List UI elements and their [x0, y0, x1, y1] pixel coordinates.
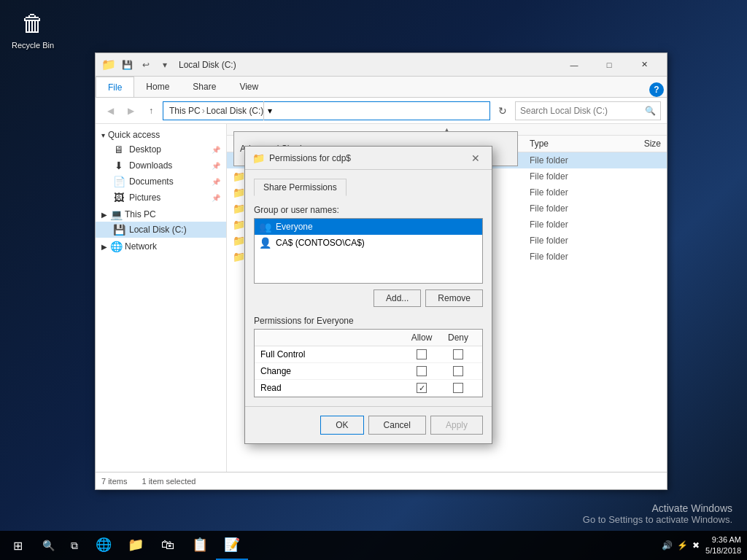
perms-col-label [260, 332, 403, 343]
recycle-bin-icon[interactable]: 🗑 Recycle Bin [7, 6, 58, 52]
perm-change-allow[interactable] [403, 366, 440, 376]
minimize-btn[interactable]: — [557, 53, 591, 77]
tab-share-permissions[interactable]: Share Permissions [254, 179, 347, 196]
this-pc-header[interactable]: ▶ 💻 This PC [96, 206, 226, 222]
qat-undo-btn[interactable]: ↩ [138, 57, 154, 73]
address-bar: ◀ ▶ ↑ This PC › Local Disk (C:) ▾ ↻ 🔍 [96, 98, 667, 124]
pictures-icon: 🖼 [113, 192, 125, 203]
network-label: Network [125, 241, 157, 252]
documents-icon: 📄 [113, 176, 125, 187]
local-disk-sidebar-label: Local Disk (C:) [129, 225, 187, 235]
maximize-btn[interactable]: □ [592, 53, 626, 77]
perm-full-control-allow[interactable] [403, 349, 440, 359]
dialog-title-text: Permissions for cdp$ [269, 153, 467, 163]
pin-icon-pics: 📌 [212, 194, 220, 202]
tab-share[interactable]: Share [181, 77, 228, 97]
local-disk-link[interactable]: Local Disk (C:) [206, 106, 264, 116]
checkbox-fc-allow[interactable] [417, 349, 427, 359]
status-bar: 7 items 1 item selected [96, 472, 667, 489]
checkbox-read-deny[interactable] [453, 383, 463, 393]
activate-sub: Go to Settings to activate Windows. [583, 514, 732, 525]
tab-home[interactable]: Home [134, 77, 181, 97]
task-view-btn[interactable]: ⧉ [61, 531, 88, 560]
tab-view[interactable]: View [228, 77, 270, 97]
volume-icon[interactable]: ⚡ [677, 540, 688, 551]
quick-access-header[interactable]: ▾ Quick access [96, 127, 226, 141]
this-pc-label: This PC [125, 209, 156, 219]
sidebar-item-local-disk[interactable]: 💾 Local Disk (C:) [96, 222, 226, 238]
dialog-content: Share Permissions Group or user names: 👥… [245, 170, 492, 406]
user-action-buttons: Add... Remove [254, 289, 483, 307]
search-input[interactable] [520, 106, 642, 116]
sidebar-item-downloads[interactable]: ⬇ Downloads 📌 [96, 158, 226, 174]
remove-btn[interactable]: Remove [425, 289, 483, 307]
perms-header: Allow Deny [255, 330, 482, 346]
user-icon-cas: 👤 [259, 237, 271, 249]
dialog-title-icon: 📁 [252, 152, 265, 164]
checkbox-ch-allow[interactable] [417, 366, 427, 376]
user-name-everyone: Everyone [276, 222, 313, 232]
battery-icon: ✖ [692, 540, 700, 551]
taskbar-notes-btn[interactable]: 📝 [216, 531, 248, 560]
address-path[interactable]: This PC › Local Disk (C:) ▾ [163, 101, 490, 120]
permissions-section: Allow Deny Full Control Change [254, 329, 483, 397]
perm-read-deny[interactable] [440, 383, 476, 393]
checkbox-fc-deny[interactable] [453, 349, 463, 359]
perm-read-allow[interactable] [403, 383, 440, 393]
desktop-icon-small: 🖥 [113, 144, 125, 155]
taskbar-store-btn[interactable]: 🛍 [152, 531, 184, 560]
taskbar-clock[interactable]: 9:36 AM 5/18/2018 [705, 534, 741, 557]
taskbar-ie-btn[interactable]: 🌐 [88, 531, 120, 560]
user-item-everyone[interactable]: 👥 Everyone [255, 219, 482, 235]
downloads-label: Downloads [129, 160, 172, 171]
network-status-icon[interactable]: 🔊 [662, 540, 673, 551]
documents-label: Documents [129, 176, 174, 187]
perm-change-deny[interactable] [440, 366, 476, 376]
qat-save-btn[interactable]: 💾 [119, 57, 135, 73]
ok-btn[interactable]: OK [320, 416, 363, 435]
back-btn[interactable]: ◀ [101, 102, 119, 120]
checkbox-ch-deny[interactable] [453, 366, 463, 376]
tab-file[interactable]: File [96, 77, 134, 97]
up-btn[interactable]: ↑ [142, 102, 160, 120]
start-button[interactable]: ⊞ [0, 531, 35, 560]
col-size[interactable]: Size [603, 139, 661, 149]
perm-full-control-deny[interactable] [440, 349, 476, 359]
taskbar-uwp-btn[interactable]: 📋 [184, 531, 216, 560]
file-type: File folder [530, 236, 603, 246]
col-type[interactable]: Type [530, 139, 603, 149]
user-item-cas[interactable]: 👤 CA$ (CONTOSO\CA$) [255, 235, 482, 251]
desktop-label: Desktop [129, 144, 161, 155]
dialog-close-btn[interactable]: ✕ [467, 149, 484, 167]
selection-count: 1 item selected [142, 477, 196, 486]
file-type: File folder [530, 171, 603, 182]
sidebar-item-desktop[interactable]: 🖥 Desktop 📌 [96, 141, 226, 158]
folder-icon-row: 📁 [233, 235, 245, 246]
checkbox-read-allow[interactable] [417, 383, 427, 393]
user-list[interactable]: 👥 Everyone 👤 CA$ (CONTOSO\CA$) [254, 218, 483, 284]
ribbon-tabs: File Home Share View ? [96, 77, 667, 97]
close-btn[interactable]: ✕ [627, 53, 661, 77]
taskbar-explorer-btn[interactable]: 📁 [120, 531, 152, 560]
perm-full-control-label: Full Control [260, 349, 403, 359]
sidebar-item-documents[interactable]: 📄 Documents 📌 [96, 174, 226, 190]
help-button[interactable]: ? [649, 82, 664, 97]
path-dropdown-btn[interactable]: ▾ [263, 101, 275, 120]
permissions-for-label: Permissions for Everyone [254, 316, 483, 326]
search-box[interactable]: 🔍 [515, 101, 661, 120]
refresh-btn[interactable]: ↻ [493, 101, 512, 120]
ribbon: File Home Share View ? [96, 77, 667, 98]
dialog-title-bar: 📁 Permissions for cdp$ ✕ [245, 147, 492, 170]
user-icon-everyone: 👥 [259, 221, 271, 233]
network-header[interactable]: ▶ 🌐 Network [96, 238, 226, 254]
dialog-tabs: Share Permissions [254, 179, 483, 196]
qat-dropdown-btn[interactable]: ▾ [157, 57, 173, 73]
apply-btn[interactable]: Apply [430, 416, 483, 435]
this-pc-link[interactable]: This PC [169, 106, 201, 116]
sidebar-item-pictures[interactable]: 🖼 Pictures 📌 [96, 190, 226, 206]
forward-btn[interactable]: ▶ [122, 102, 139, 120]
cancel-btn[interactable]: Cancel [368, 416, 426, 435]
add-btn[interactable]: Add... [374, 289, 421, 307]
dialog-footer: OK Cancel Apply [245, 406, 492, 443]
taskbar-search-btn[interactable]: 🔍 [35, 531, 61, 560]
